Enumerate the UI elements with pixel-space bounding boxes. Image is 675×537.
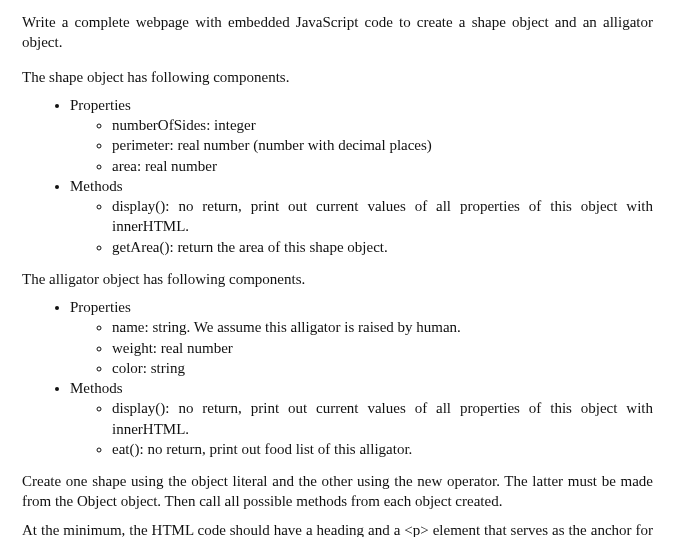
shape-list: Properties numberOfSides: integer perime…	[22, 95, 653, 257]
shape-properties-item: Properties numberOfSides: integer perime…	[70, 95, 653, 176]
alligator-properties-label: Properties	[70, 299, 131, 315]
shape-methods-label: Methods	[70, 178, 123, 194]
minimum-paragraph: At the minimum, the HTML code should hav…	[22, 520, 653, 538]
intro-paragraph: Write a complete webpage with embedded J…	[22, 12, 653, 53]
shape-properties-label: Properties	[70, 97, 131, 113]
list-item: weight: real number	[112, 338, 653, 358]
list-item: display(): no return, print out current …	[112, 196, 653, 237]
list-item: display(): no return, print out current …	[112, 398, 653, 439]
shape-lead: The shape object has following component…	[22, 67, 653, 87]
alligator-methods-item: Methods display(): no return, print out …	[70, 378, 653, 459]
alligator-methods-sublist: display(): no return, print out current …	[70, 398, 653, 459]
alligator-lead: The alligator object has following compo…	[22, 269, 653, 289]
alligator-list: Properties name: string. We assume this …	[22, 297, 653, 459]
list-item: numberOfSides: integer	[112, 115, 653, 135]
shape-properties-sublist: numberOfSides: integer perimeter: real n…	[70, 115, 653, 176]
list-item: name: string. We assume this alligator i…	[112, 317, 653, 337]
alligator-properties-sublist: name: string. We assume this alligator i…	[70, 317, 653, 378]
alligator-properties-item: Properties name: string. We assume this …	[70, 297, 653, 378]
list-item: area: real number	[112, 156, 653, 176]
list-item: getArea(): return the area of this shape…	[112, 237, 653, 257]
list-item: eat(): no return, print out food list of…	[112, 439, 653, 459]
alligator-methods-label: Methods	[70, 380, 123, 396]
shape-methods-item: Methods display(): no return, print out …	[70, 176, 653, 257]
create-paragraph: Create one shape using the object litera…	[22, 471, 653, 512]
list-item: perimeter: real number (number with deci…	[112, 135, 653, 155]
shape-methods-sublist: display(): no return, print out current …	[70, 196, 653, 257]
list-item: color: string	[112, 358, 653, 378]
